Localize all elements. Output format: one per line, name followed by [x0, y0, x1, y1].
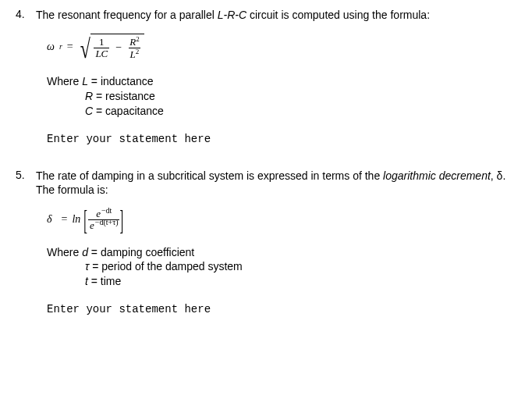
delta-symbol: δ [47, 213, 52, 226]
prompt-text: The rate of damping in a subcritical sys… [36, 169, 516, 198]
omega-subscript: r [59, 42, 62, 51]
equals-sign: = [67, 41, 73, 53]
item-number: 5. [16, 169, 36, 198]
omega-symbol: ω [47, 41, 55, 53]
prompt-row: 4. The resonant frequency for a parallel… [16, 8, 516, 23]
fraction-1: 1 LC [94, 37, 109, 59]
ln-den: e−d(t+τ) [88, 219, 119, 231]
prompt-a: The rate of damping in a subcritical sys… [36, 169, 383, 182]
square-root: √ 1 LC − R2 L2 [78, 34, 144, 60]
def-line-3: C = capacitance [47, 104, 516, 119]
frac2-num: R2 [128, 36, 140, 48]
prompt-italic: L-R-C [218, 9, 246, 21]
radical-sign: √ [80, 37, 90, 64]
prompt-row: 5. The rate of damping in a subcritical … [16, 169, 516, 198]
problem-4: 4. The resonant frequency for a parallel… [16, 8, 516, 145]
frac1-num: 1 [98, 37, 106, 48]
definitions-5: Where d = damping coefficient τ = period… [47, 245, 516, 290]
fraction-2: R2 L2 [128, 36, 140, 60]
def-line-2: R = resistance [47, 89, 516, 104]
prompt-italic: logarithmic decrement [383, 169, 491, 182]
frac1-den: LC [94, 48, 109, 59]
item-number: 4. [16, 8, 36, 23]
answer-placeholder-4[interactable]: Enter your statement here [47, 133, 516, 145]
def-line-1: Where d = damping coefficient [47, 245, 516, 260]
answer-placeholder-5[interactable]: Enter your statement here [47, 303, 516, 315]
def-line-3: t = time [47, 274, 516, 289]
left-bracket: [ [83, 205, 87, 238]
problem-5: 5. The rate of damping in a subcritical … [16, 169, 516, 316]
radicand: 1 LC − R2 L2 [90, 34, 144, 60]
def-line-2: τ = period of the damped system [47, 259, 516, 274]
fraction-ln: e−dt e−d(t+τ) [88, 208, 119, 230]
prompt-text: The resonant frequency for a parallel L-… [36, 8, 516, 23]
prompt-pre: The resonant frequency for a parallel [36, 9, 218, 21]
equals-sign: = [62, 213, 68, 226]
definitions-4: Where L = inductance R = resistance C = … [47, 74, 516, 119]
formula-4: ωr = √ 1 LC − R2 L2 [47, 34, 516, 60]
right-bracket: ] [120, 205, 124, 238]
frac2-den: L2 [129, 48, 141, 60]
formula-5: δ = ln [ e−dt e−d(t+τ) ] [47, 208, 516, 230]
prompt-post: circuit is computed using the formula: [246, 9, 430, 21]
minus-sign: − [115, 41, 122, 54]
def-line-1: Where L = inductance [47, 74, 516, 89]
ln-symbol: ln [72, 213, 80, 226]
